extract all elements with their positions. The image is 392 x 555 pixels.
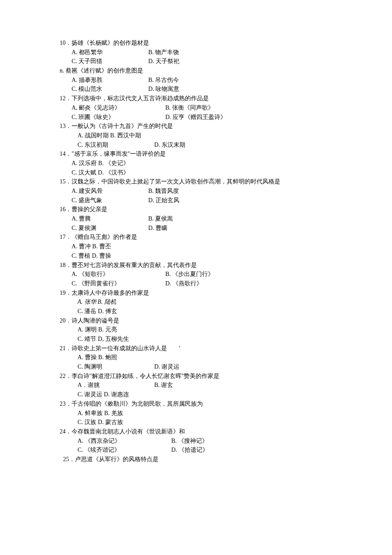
- option-b: B. 吊古伤今: [148, 76, 233, 85]
- option-c: C. 陶渊明: [78, 362, 154, 372]
- question-stem: n. 蔡邕《述行赋》的创作意图是: [60, 66, 332, 76]
- question-stem: 15．汉魏之际，中国诗歌史上掀起了第一次文人诗歌创作高潮，其鲜明的时代风格是: [60, 177, 332, 186]
- question-number: 22: [60, 372, 66, 381]
- question-text: ．一般认为《古诗十九首》产生的时代是: [66, 123, 173, 129]
- question-number: 19: [60, 288, 66, 298]
- option-row: C. 曹植 D. 曹操: [60, 251, 332, 261]
- question-stem: 25．卢思道《从军行》的风格特点是: [60, 455, 332, 464]
- question-15: 15．汉魏之际，中国诗歌史上掀起了第一次文人诗歌创作高潮，其鲜明的时代风格是 A…: [60, 177, 332, 205]
- option-d: D. 《拾遗记》: [171, 445, 282, 455]
- option-d: D. 谢灵运: [154, 362, 239, 372]
- question-text: ．卢思道《从军行》的风格特点是: [69, 456, 159, 462]
- option-row: A. 渊明 B. 元亮: [60, 325, 332, 334]
- option-a: A. 《短歌行》: [72, 270, 165, 279]
- question-17: 17．《赠自马王彪》的作者是 A. 曹冲 B. 曹丕 C. 曹植 D. 曹操: [60, 232, 332, 260]
- option-ab: A. 曹冲 B. 曹丕: [72, 243, 111, 250]
- option-c: C. 盛唐气象: [72, 196, 148, 205]
- option-row: C. 盛唐气象 D. 正始玄风: [60, 196, 332, 205]
- question-11: n. 蔡邕《述行赋》的创作意图是 A. 描摹形胜 B. 吊古伤今 C. 模山范水…: [60, 66, 332, 94]
- question-number: 21: [60, 344, 66, 353]
- option-row: C. 《续齐谐记》 D. 《拾遗记》: [60, 445, 332, 455]
- question-number: 12: [60, 94, 66, 103]
- question-text: ．诗人陶潜的谥号是: [66, 317, 119, 324]
- option-a: A. 都邑繁华: [72, 48, 148, 57]
- question-21: 21．诗歌史上第一位有成就的山水诗人是 ' A. 曹操 B. 鲍照 C. 陶渊明…: [60, 344, 332, 372]
- option-a: A. 描摹形胜: [72, 76, 148, 85]
- option-row: A. 都邑繁华 B. 物产丰饶: [60, 48, 332, 57]
- option-b: B. 夏侯嵩: [148, 214, 233, 224]
- question-10: 10．扬雄《长杨赋》的创作题材是 A. 都邑繁华 B. 物产丰饶 C. 天子田猎…: [60, 38, 332, 66]
- option-ab: A. 张华 B. 陆机: [78, 299, 116, 305]
- question-number: 23: [60, 399, 66, 409]
- option-ab: A. 曹操 B. 鲍照: [78, 354, 117, 360]
- option-c: C. 天子田猎: [72, 57, 148, 66]
- option-ab: A. 汉乐府 B. 《史记》: [72, 160, 129, 166]
- question-stem: 12．下列选项中，标志汉代文人五言诗渐趋成熟的作品是: [60, 94, 332, 103]
- question-24: 24．今存魏晋南北朝志人小说有《世说新语》和 A. 《西京杂记》 B. 《搜神记…: [60, 427, 332, 455]
- question-stem: 22．李白诗"解道澄江静如练，令人长忆谢玄晖"赞美的作家是: [60, 372, 332, 381]
- question-text: ．李白诗"解道澄江静如练，令人长忆谢玄晖"赞美的作家是: [66, 373, 219, 379]
- option-cd: C. 靖节 D, 五柳先生: [78, 336, 129, 342]
- option-row: A. 鲜卑族 B. 羌族: [60, 409, 332, 418]
- option-c: C. 《野田黄雀行》: [72, 279, 165, 288]
- question-text: ．汉魏之际，中国诗歌史上掀起了第一次文人诗歌创作高潮，其鲜明的时代风格是: [66, 178, 280, 185]
- option-cd: C. 汉大赋 D. 《汉书》: [72, 169, 129, 176]
- question-number: 24: [60, 427, 66, 436]
- option-d: D. 东汉末期: [154, 140, 239, 150]
- option-row: A. 战国时期 B. 西汉中期: [60, 131, 332, 140]
- question-stem: 14．"感于哀乐，缘事而发"一语评价的是: [60, 149, 332, 159]
- question-stem: 21．诗歌史上第一位有成就的山水诗人是 ': [60, 344, 332, 353]
- question-stem: 20．诗人陶潜的谥号是: [60, 316, 332, 325]
- option-row: C. 《野田黄雀行》 D. 《燕歌行》: [60, 279, 332, 288]
- option-ab: A. 战国时期 B. 西汉中期: [78, 132, 141, 139]
- option-row: A. 《西京杂记》 B. 《搜神记》: [60, 436, 332, 446]
- option-row: C. 汉大赋 D. 《汉书》: [60, 168, 332, 177]
- option-row: A. 曹操 B. 鲍照: [60, 353, 332, 362]
- option-cd: C. 潘岳 D. 傅玄: [78, 308, 117, 314]
- question-number: 17: [60, 232, 66, 242]
- question-text: ．曹操的父亲是: [66, 206, 107, 212]
- option-d: D. 《燕歌行》: [165, 279, 276, 288]
- question-18: 18．曹丕对七言诗的发展有重大的贡献，其代表作是 A. 《短歌行》 B. 《步出…: [60, 261, 332, 288]
- option-b: B. 张衡《同声歌》: [165, 103, 276, 113]
- option-row: C. 东汉初期 D. 东汉末期: [60, 140, 332, 150]
- option-ab: A. 渊明 B. 元亮: [78, 326, 117, 333]
- question-text: ．今存魏晋南北朝志人小说有《世说新语》和: [66, 428, 185, 435]
- question-stem: 17．《赠自马王彪》的作者是: [60, 232, 332, 242]
- question-number: 25: [63, 455, 69, 464]
- question-16: 16．曹操的父亲是 A. 曹腾 B. 夏侯嵩 C. 夏侯渊 D. 曹瞒: [60, 205, 332, 232]
- option-b: B. 《搜神记》: [171, 436, 282, 446]
- question-number: 15: [60, 177, 66, 186]
- question-text: ．"感于哀乐，缘事而发"一语评价的是: [66, 151, 166, 157]
- option-row: A. 汉乐府 B. 《史记》: [60, 159, 332, 168]
- question-23: 23．千古传唱的《敕勒川》为北朝民歌，其所属民族为 A. 鲜卑族 B. 羌族 C…: [60, 399, 332, 427]
- question-number: 13: [60, 122, 66, 131]
- question-number: n.: [60, 66, 64, 76]
- option-row: A. 建安风骨 B. 魏晋风度: [60, 186, 332, 196]
- question-number: 16: [60, 205, 66, 214]
- question-number: 10: [60, 38, 66, 48]
- option-cd: C. 谢灵运 D. 谢惠连: [78, 391, 129, 398]
- option-row: C. 潘岳 D. 傅玄: [60, 307, 332, 316]
- question-text: ．《赠自马王彪》的作者是: [66, 234, 137, 240]
- option-row: A. 《短歌行》 B. 《步出夏门行》: [60, 270, 332, 279]
- option-row: C. 靖节 D, 五柳先生: [60, 334, 332, 344]
- option-row: C. 汉族 D. 蒙古族: [60, 418, 332, 427]
- option-b: B. 谢玄: [154, 381, 239, 390]
- option-ab: A. 鲜卑族 B. 羌族: [78, 410, 123, 416]
- option-d: D. 天子祭祀: [148, 57, 233, 66]
- document-page: 10．扬雄《长杨赋》的创作题材是 A. 都邑繁华 B. 物产丰饶 C. 天子田猎…: [60, 0, 332, 490]
- option-a: A. 曹腾: [72, 214, 148, 224]
- question-20: 20．诗人陶潜的谥号是 A. 渊明 B. 元亮 C. 靖节 D, 五柳先生: [60, 316, 332, 344]
- question-13: 13．一般认为《古诗十九首》产生的时代是 A. 战国时期 B. 西汉中期 C. …: [60, 122, 332, 149]
- question-stem: 24．今存魏晋南北朝志人小说有《世说新语》和: [60, 427, 332, 436]
- option-a: A. 建安风骨: [72, 186, 148, 196]
- option-row: A. 曹冲 B. 曹丕: [60, 242, 332, 251]
- option-row: C. 陶渊明 D. 谢灵运: [60, 362, 332, 372]
- option-row: A. 张华 B. 陆机: [60, 297, 332, 307]
- question-number: 20: [60, 316, 66, 325]
- option-c: C. 东汉初期: [78, 140, 154, 150]
- question-text: ．曹丕对七言诗的发展有重大的贡献，其代表作是: [66, 262, 197, 268]
- question-19: 19．太康诗人中存诗最多的作家是 A. 张华 B. 陆机 C. 潘岳 D. 傅玄: [60, 288, 332, 316]
- option-b: B. 《步出夏门行》: [165, 270, 276, 279]
